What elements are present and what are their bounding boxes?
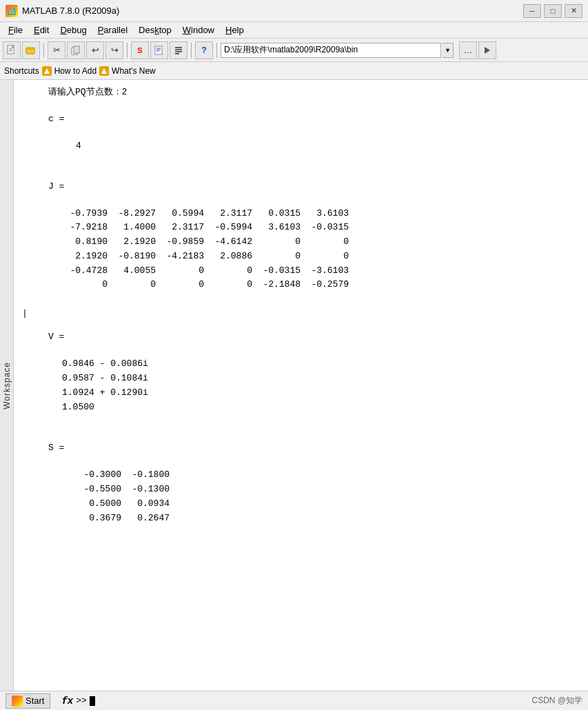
window-title: MATLAB 7.8.0 (R2009a)	[22, 6, 523, 16]
matrix-cell: -0.1800	[124, 468, 172, 483]
how-to-add-icon	[42, 66, 52, 76]
new-button[interactable]	[3, 41, 21, 59]
j-label: J =	[48, 180, 580, 194]
svg-marker-0	[8, 8, 15, 14]
c-value: 4	[76, 139, 580, 153]
fx-prompt: fx	[61, 696, 73, 707]
undo-button[interactable]: ↩	[86, 41, 104, 59]
toolbar-separator-2	[127, 43, 128, 58]
matrix-cell: -3.6103	[303, 264, 352, 278]
svg-rect-7	[26, 49, 34, 54]
c-label: c =	[48, 112, 580, 126]
path-ellipsis-button[interactable]: …	[459, 41, 477, 59]
matrix-cell: -0.5500	[76, 483, 124, 497]
path-nav-button[interactable]	[478, 41, 496, 59]
j-matrix-container: -0.7939-8.29270.59942.31170.03153.6103-7…	[48, 207, 580, 293]
matrix-cell: -0.3000	[76, 468, 124, 483]
maximize-button[interactable]: □	[544, 4, 562, 18]
copy-button[interactable]	[67, 41, 85, 59]
status-bar: Start fx >> CSDN @知学	[0, 691, 588, 710]
path-text: D:\应用软件\matlab2009\R2009a\bin	[224, 44, 358, 56]
matrix-cell: -0.0315	[303, 221, 352, 235]
matrix-cell: -0.8190	[110, 250, 159, 264]
matrix-cell: -0.5994	[207, 221, 255, 235]
matrix-cell: -0.4728	[62, 264, 110, 278]
matrix-cell: 2.3117	[207, 207, 255, 221]
menu-bar: File Edit Debug Parallel Desktop Window …	[0, 22, 588, 39]
simulink-button[interactable]: S	[131, 41, 149, 59]
svg-rect-10	[74, 46, 79, 53]
menu-file[interactable]: File	[3, 23, 28, 37]
start-label: Start	[26, 696, 44, 706]
matrix-cell: 0	[62, 278, 110, 292]
how-to-add-link[interactable]: How to Add	[54, 66, 97, 76]
s-matrix-container: -0.3000-0.1800-0.5500-0.13000.50000.0934…	[62, 468, 580, 525]
minimize-button[interactable]: ─	[523, 4, 541, 18]
matrix-cell: 0.3679	[76, 511, 124, 526]
matrix-cell: -4.2183	[159, 250, 207, 264]
s-matrix: -0.3000-0.1800-0.5500-0.13000.50000.0934…	[76, 468, 172, 525]
blinking-cursor	[90, 696, 95, 706]
command-window[interactable]: 请输入PQ节点数：2 c = 4 J = -0.7939-8.29270.599…	[14, 80, 588, 691]
matrix-cell: -7.9218	[62, 221, 110, 235]
start-button[interactable]: Start	[6, 693, 50, 709]
shortcuts-bar: Shortcuts How to Add What's New	[0, 62, 588, 80]
editor-button[interactable]	[150, 41, 168, 59]
whats-new-text: What's New	[112, 66, 156, 76]
matrix-cell: -8.2927	[110, 207, 159, 221]
matrix-cell: -2.1848	[255, 278, 303, 292]
path-display: D:\应用软件\matlab2009\R2009a\bin	[221, 43, 441, 58]
matrix-cell: 0.0934	[124, 497, 172, 511]
menu-edit[interactable]: Edit	[28, 23, 54, 37]
matrix-cell: 0	[303, 235, 352, 250]
matrix-cell: 0	[207, 264, 255, 278]
csdn-watermark: CSDN @知学	[531, 695, 582, 707]
shortcuts-label: Shortcuts	[4, 66, 39, 76]
matrix-cell: -4.6142	[207, 235, 255, 250]
whats-new-link[interactable]: What's New	[112, 66, 156, 76]
matrix-cell: -0.1300	[124, 483, 172, 497]
main-area: Workspace 请输入PQ节点数：2 c = 4 J = -0.7939-8…	[0, 80, 588, 691]
path-dropdown-button[interactable]: ▼	[443, 43, 454, 58]
svg-marker-21	[101, 68, 107, 74]
matrix-cell: 0.2647	[124, 511, 172, 526]
matrix-cell: 3.6103	[303, 207, 352, 221]
menu-help[interactable]: Help	[220, 23, 250, 37]
cursor-line: |	[48, 306, 580, 317]
v-value-row: 1.0500	[62, 400, 580, 415]
matrix-cell: 0	[255, 235, 303, 250]
redo-button[interactable]: ↪	[105, 41, 123, 59]
matrix-cell: 0	[159, 264, 207, 278]
matrix-cell: 2.1920	[110, 235, 159, 250]
matrix-cell: -0.2579	[303, 278, 352, 292]
matrix-cell: 0	[303, 250, 352, 264]
v-label: V =	[48, 330, 580, 344]
matlab-icon	[6, 5, 18, 17]
list-button[interactable]	[170, 41, 187, 59]
v-value-row: 0.9846 - 0.0086i	[62, 357, 580, 372]
menu-window[interactable]: Window	[177, 23, 220, 37]
matrix-cell: 0.0315	[255, 207, 303, 221]
matrix-cell: 0	[207, 278, 255, 292]
matrix-cell: 3.6103	[255, 221, 303, 235]
svg-rect-11	[155, 46, 162, 54]
prompt-output: 请输入PQ节点数：2	[48, 85, 580, 99]
menu-desktop[interactable]: Desktop	[133, 23, 177, 37]
menu-parallel[interactable]: Parallel	[92, 23, 133, 37]
matrix-cell: 2.3117	[159, 221, 207, 235]
prompt-symbol: >>	[76, 696, 87, 706]
workspace-panel[interactable]: Workspace	[0, 80, 14, 691]
how-to-add-text: How to Add	[54, 66, 97, 76]
matrix-cell: 2.0886	[207, 250, 255, 264]
menu-debug[interactable]: Debug	[54, 23, 92, 37]
v-value-row: 0.9587 - 0.1084i	[62, 372, 580, 386]
close-button[interactable]: ✕	[565, 4, 582, 18]
matrix-cell: 0	[255, 250, 303, 264]
svg-marker-20	[44, 68, 50, 74]
open-button[interactable]	[22, 41, 40, 59]
svg-marker-19	[485, 47, 490, 54]
matrix-cell: 0.8190	[62, 235, 110, 250]
cut-button[interactable]: ✂	[48, 41, 65, 59]
help-button[interactable]: ?	[195, 41, 213, 59]
matrix-cell: -0.9859	[159, 235, 207, 250]
